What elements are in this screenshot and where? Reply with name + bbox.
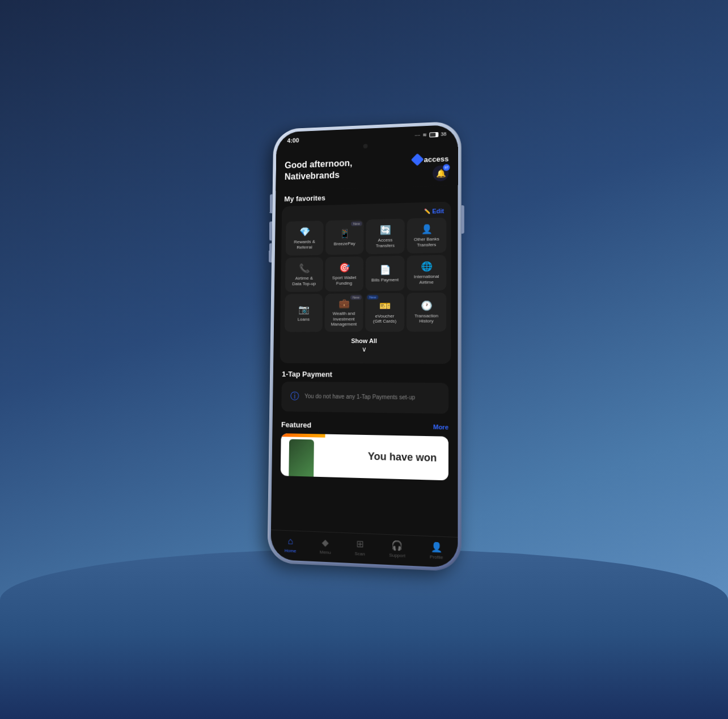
fav-loans[interactable]: 📷 Loans [285, 294, 323, 332]
phone-case: 4:00 ···· ≋ 38 [267, 121, 461, 572]
wealth-icon: 💼 [338, 298, 350, 309]
phone-device: 4:00 ···· ≋ 38 [267, 121, 461, 572]
show-all-row: Show All ∨ [284, 331, 446, 359]
loans-label: Loans [298, 316, 310, 322]
favorites-grid: 💎 Rewards &Referral New 📱 BreezePay 🔄 Ac… [285, 218, 446, 332]
status-icons: ···· ≋ 38 [414, 131, 446, 138]
profile-label: Profile [430, 554, 443, 560]
fav-evoucher[interactable]: New 🎫 eVoucher(Gift Cards) [365, 293, 404, 332]
wealth-new-badge: New [350, 295, 362, 299]
loans-icon: 📷 [298, 304, 309, 315]
home-label: Home [285, 548, 297, 553]
profile-icon: 👤 [430, 541, 442, 553]
scan-icon: ⊞ [356, 538, 363, 549]
phone-screen: 4:00 ···· ≋ 38 [270, 125, 458, 568]
home-icon: ⌂ [287, 536, 293, 547]
airtime-label: Airtime &Data Top-up [292, 276, 316, 286]
airtime-icon: 📞 [299, 263, 310, 274]
bills-label: Bills Payment [371, 277, 399, 283]
more-button[interactable]: More [433, 424, 448, 431]
status-time: 4:00 [287, 137, 299, 143]
onetap-empty-text: You do not have any 1-Tap Payments set-u… [304, 392, 415, 401]
logo-text: access [424, 154, 449, 163]
featured-card[interactable]: You have won [281, 433, 448, 480]
featured-phone-image [289, 439, 314, 476]
onetap-card: ⓘ You do not have any 1-Tap Payments set… [281, 382, 448, 414]
rewards-label: Rewards &Referral [294, 239, 315, 250]
nav-menu[interactable]: ◆ Menu [320, 537, 331, 556]
sport-wallet-label: Sport WalletFunding [332, 275, 356, 286]
show-all-text[interactable]: Show All [351, 337, 377, 344]
battery-icon [429, 132, 438, 137]
nav-profile[interactable]: 👤 Profile [430, 541, 443, 560]
header-row: Good afternoon, Nativebrands access 🔔 [285, 154, 449, 187]
edit-button[interactable]: ✏️ Edit [424, 208, 444, 215]
fav-transaction-history[interactable]: 🕐 TransactionHistory [407, 293, 446, 332]
battery-level: 38 [441, 131, 446, 137]
nav-scan[interactable]: ⊞ Scan [354, 538, 365, 557]
greeting-text: Good afternoon, Nativebrands [285, 158, 353, 183]
fav-access-transfers[interactable]: 🔄 AccessTransfers [366, 219, 405, 255]
evoucher-icon: 🎫 [379, 301, 391, 311]
info-icon: ⓘ [290, 391, 299, 403]
header-right: access 🔔 97 [413, 154, 449, 183]
breezepay-icon: 📱 [339, 228, 350, 239]
logo-diamond-icon [410, 153, 424, 166]
transfers-icon: 🔄 [379, 225, 391, 235]
featured-header: Featured More [281, 420, 448, 432]
notification-badge: 97 [443, 164, 450, 171]
fav-sport-wallet[interactable]: 🎯 Sport WalletFunding [325, 256, 363, 291]
featured-section: Featured More You have won [272, 416, 458, 485]
fav-airtime[interactable]: 📞 Airtime &Data Top-up [285, 257, 323, 292]
evoucher-label: eVoucher(Gift Cards) [373, 314, 396, 324]
signal-icon: ···· [414, 132, 420, 138]
nav-home[interactable]: ⌂ Home [285, 536, 297, 553]
fav-intl-airtime[interactable]: 🌐 InternationalAirtime [407, 255, 446, 291]
bottom-surface [0, 549, 728, 719]
fav-breezepay[interactable]: New 📱 BreezePay [325, 219, 364, 255]
other-banks-icon: 👤 [421, 223, 432, 234]
bills-icon: 📄 [379, 264, 391, 275]
access-transfers-label: AccessTransfers [376, 238, 395, 249]
intl-airtime-icon: 🌐 [421, 261, 432, 272]
bottom-nav: ⌂ Home ◆ Menu ⊞ Scan 🎧 Support 👤 Pro [270, 530, 458, 568]
menu-icon: ◆ [322, 537, 329, 548]
fav-other-banks[interactable]: 👤 Other BanksTransfers [407, 218, 447, 253]
featured-title: Featured [281, 420, 311, 429]
transaction-label: TransactionHistory [414, 313, 438, 324]
support-icon: 🎧 [391, 540, 403, 552]
featured-accent-bar [281, 433, 325, 438]
greeting-block: Good afternoon, Nativebrands [285, 158, 353, 183]
notification-bell[interactable]: 🔔 97 [433, 165, 448, 181]
breezepay-label: BreezePay [333, 241, 355, 247]
favorites-container: ✏️ Edit 💎 Rewards &Referral New 📱 [280, 202, 451, 364]
chevron-down-icon: ∨ [361, 345, 366, 353]
battery-fill [430, 133, 435, 137]
wealth-label: Wealth andInvestmentManagement [331, 311, 357, 327]
intl-airtime-label: InternationalAirtime [414, 274, 439, 285]
menu-label: Menu [320, 549, 331, 555]
scan-label: Scan [354, 551, 365, 557]
nav-support[interactable]: 🎧 Support [389, 540, 405, 559]
screen-content: Good afternoon, Nativebrands access 🔔 [271, 147, 458, 537]
other-banks-label: Other BanksTransfers [414, 236, 439, 248]
fav-wealth[interactable]: New 💼 Wealth andInvestmentManagement [324, 293, 363, 332]
edit-label: Edit [432, 208, 444, 214]
breezepay-new-badge: New [351, 221, 362, 226]
onetap-title: 1-Tap Payment [282, 367, 448, 383]
support-label: Support [389, 552, 405, 559]
wifi-icon: ≋ [422, 132, 427, 138]
greeting-line: Good afternoon, [285, 158, 352, 170]
featured-promo-text: You have won [368, 450, 448, 464]
sport-wallet-icon: 🎯 [338, 262, 350, 273]
pencil-icon: ✏️ [424, 209, 430, 214]
access-logo: access [413, 154, 449, 164]
username-text: Nativebrands [285, 169, 353, 183]
fav-bills[interactable]: 📄 Bills Payment [366, 256, 405, 291]
camera-dot [363, 144, 368, 149]
fav-rewards[interactable]: 💎 Rewards &Referral [286, 221, 324, 256]
evoucher-new-badge: New [367, 295, 378, 299]
onetap-section: 1-Tap Payment ⓘ You do not have any 1-Ta… [273, 363, 458, 418]
transaction-icon: 🕐 [421, 300, 432, 311]
app-header: Good afternoon, Nativebrands access 🔔 [276, 147, 458, 191]
